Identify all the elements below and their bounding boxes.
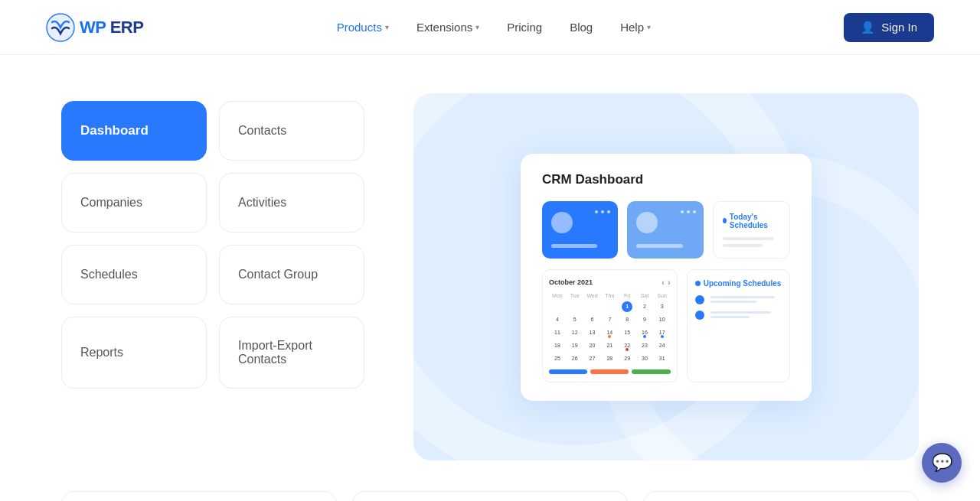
- cal-day: 12: [570, 327, 580, 338]
- cal-day: 8: [622, 314, 632, 325]
- cal-day: 13: [587, 327, 598, 338]
- stat-box-blue: [542, 201, 618, 259]
- nav-item-extensions[interactable]: Extensions ▾: [406, 15, 490, 40]
- cal-day: 27: [587, 353, 598, 364]
- cal-day: 26: [570, 353, 580, 364]
- cal-day: 9: [639, 314, 650, 325]
- nav-item-blog[interactable]: Blog: [559, 15, 603, 40]
- upcoming-line: [710, 301, 757, 303]
- cal-day: 21: [604, 340, 615, 351]
- cal-day: 6: [587, 314, 598, 325]
- cal-day: 14: [604, 327, 615, 338]
- today-line: [723, 244, 763, 247]
- cal-day: [552, 301, 563, 312]
- stat-bar: [636, 244, 682, 248]
- cal-day: 30: [639, 353, 650, 364]
- bottom-partial-cards: [0, 491, 980, 501]
- upcoming-lines: [710, 311, 782, 318]
- stat-box-light-blue: [627, 201, 703, 259]
- upcoming-schedules-box: Upcoming Schedules: [687, 269, 790, 382]
- feature-card-import-export[interactable]: Import-Export Contacts: [219, 317, 364, 389]
- nav-item-pricing[interactable]: Pricing: [496, 15, 553, 40]
- calendar-header: October 2021 ‹ ›: [549, 278, 671, 287]
- feature-card-schedules[interactable]: Schedules: [61, 245, 207, 304]
- upcoming-line: [710, 316, 750, 318]
- cal-day: 23: [639, 340, 650, 351]
- feature-card-activities[interactable]: Activities: [219, 173, 364, 233]
- cal-day: 3: [657, 301, 668, 312]
- cal-day-name-fri: Fri: [619, 291, 635, 300]
- cal-color-blue: [549, 369, 587, 374]
- stat-dot: [687, 210, 690, 213]
- illustration-container: CRM Dashboard: [413, 93, 919, 460]
- chevron-down-icon: ▾: [475, 23, 479, 31]
- user-icon: 👤: [861, 21, 875, 34]
- cal-day-name-sun: Sun: [654, 291, 671, 300]
- cal-day: 22: [622, 340, 632, 351]
- feature-card-reports[interactable]: Reports: [61, 317, 207, 389]
- stat-dot: [595, 210, 598, 213]
- cal-day: [604, 301, 615, 312]
- logo[interactable]: WP ERP: [46, 13, 143, 42]
- calendar-box: October 2021 ‹ › Mon Tue Wed Thu Fri Sat: [542, 269, 678, 382]
- upcoming-label: Upcoming Schedules: [695, 279, 782, 288]
- today-dot-icon: [723, 218, 727, 223]
- cal-day-name-sat: Sat: [636, 291, 653, 300]
- cal-next-icon[interactable]: ›: [668, 278, 671, 287]
- cal-day-name-thu: Thu: [601, 291, 618, 300]
- upcoming-line: [710, 296, 775, 298]
- stat-dots: [681, 210, 696, 213]
- stat-dot: [681, 210, 684, 213]
- dashboard-preview-card: CRM Dashboard: [521, 154, 812, 401]
- cal-prev-icon[interactable]: ‹: [662, 278, 665, 287]
- cal-day-name-mon: Mon: [549, 291, 566, 300]
- today-line: [723, 237, 775, 240]
- feature-card-contact-group[interactable]: Contact Group: [219, 245, 364, 304]
- partial-card-1: [61, 491, 337, 501]
- cal-day: 28: [604, 353, 615, 364]
- chat-icon: 💬: [932, 453, 952, 473]
- chat-bubble-button[interactable]: 💬: [922, 443, 962, 483]
- feature-card-companies[interactable]: Companies: [61, 173, 207, 233]
- logo-text: WP ERP: [80, 18, 143, 37]
- partial-card-2: [352, 491, 628, 501]
- upcoming-item: [695, 295, 782, 304]
- upcoming-line: [710, 311, 771, 314]
- stat-dot: [601, 210, 604, 213]
- cal-day: 29: [622, 353, 632, 364]
- chevron-down-icon: ▾: [647, 23, 651, 31]
- today-lines: [723, 237, 780, 247]
- upcoming-circle-icon: [695, 295, 704, 304]
- stat-bar: [551, 244, 597, 248]
- cal-day-name-wed: Wed: [584, 291, 601, 300]
- cal-day: 16: [639, 327, 650, 338]
- stat-dot: [607, 210, 610, 213]
- stat-dot: [693, 210, 696, 213]
- cal-day: 31: [657, 353, 668, 364]
- main-content: Dashboard Contacts Companies Activities …: [0, 55, 980, 491]
- dashboard-card-title: CRM Dashboard: [542, 172, 790, 187]
- today-label: Today's Schedules: [723, 213, 780, 229]
- cal-day[interactable]: 1: [622, 301, 632, 312]
- nav-right: 👤 Sign In: [844, 13, 934, 42]
- nav-item-products[interactable]: Products ▾: [326, 15, 400, 40]
- feature-card-contacts[interactable]: Contacts: [219, 101, 364, 161]
- nav-item-help[interactable]: Help ▾: [609, 15, 662, 40]
- chevron-down-icon: ▾: [385, 23, 389, 31]
- calendar-day-names: Mon Tue Wed Thu Fri Sat Sun 1 2: [549, 291, 671, 365]
- cal-day: 10: [657, 314, 668, 325]
- stats-row: Today's Schedules: [542, 201, 790, 259]
- feature-card-dashboard[interactable]: Dashboard: [61, 101, 207, 161]
- feature-grid: Dashboard Contacts Companies Activities …: [61, 93, 364, 389]
- signin-button[interactable]: 👤 Sign In: [844, 13, 934, 42]
- stat-circle: [551, 212, 573, 233]
- cal-day: 25: [552, 353, 563, 364]
- calendar-color-row: [549, 369, 671, 374]
- cal-day: 4: [552, 314, 563, 325]
- today-schedules-box: Today's Schedules: [713, 201, 790, 259]
- cal-day: 24: [657, 340, 668, 351]
- cal-day: [587, 301, 598, 312]
- stat-circle: [636, 212, 658, 233]
- upcoming-item: [695, 311, 782, 320]
- nav-links: Products ▾ Extensions ▾ Pricing Blog Hel…: [326, 15, 662, 40]
